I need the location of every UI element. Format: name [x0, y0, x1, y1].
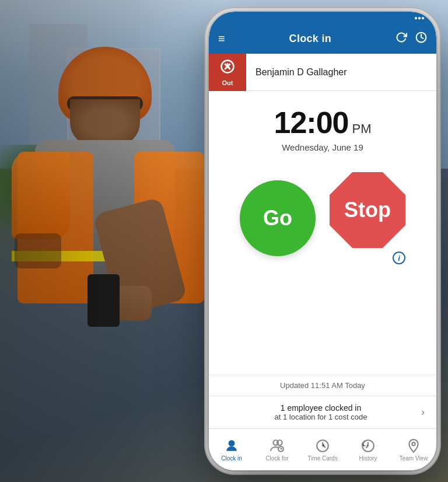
user-status-icon[interactable]: Out	[209, 54, 246, 91]
info-icon[interactable]: i	[393, 252, 405, 264]
tab-time-cards-label: Time Cards	[307, 455, 337, 462]
user-bar: Out Benjamin D Gallagher	[209, 54, 436, 91]
main-content: 12:00 PM Wednesday, June 19 Go Stop i	[209, 91, 436, 428]
employee-summary-line1: 1 employee clocked in	[220, 403, 421, 413]
tab-history-label: History	[359, 455, 377, 462]
settings-icon[interactable]	[415, 32, 427, 46]
nav-bar: ≡ Clock in	[209, 23, 436, 54]
employee-summary[interactable]: 1 employee clocked in at 1 location for …	[209, 396, 436, 428]
time-section: 12:00 PM Wednesday, June 19	[274, 91, 372, 158]
user-name: Benjamin D Gallagher	[246, 67, 356, 78]
time-ampm: PM	[352, 121, 372, 137]
refresh-icon[interactable]	[396, 32, 407, 46]
out-label: Out	[222, 79, 233, 86]
tab-time-cards[interactable]: Time Cards	[300, 429, 345, 470]
clock-in-tab-icon	[224, 438, 239, 453]
chevron-right-icon: ›	[421, 406, 425, 418]
menu-icon[interactable]: ≡	[218, 32, 225, 46]
clock-for-tab-icon	[270, 438, 285, 453]
time-digits: 12:00	[274, 105, 349, 140]
nav-icons	[396, 32, 427, 46]
tab-bar: Clock in Clock for	[209, 428, 436, 470]
tab-history[interactable]: History	[345, 429, 391, 470]
team-view-tab-icon	[406, 438, 421, 453]
stop-button[interactable]: Stop	[330, 172, 405, 248]
svg-point-4	[229, 440, 235, 446]
employee-summary-text: 1 employee clocked in at 1 location for …	[220, 403, 421, 421]
tab-team-view-label: Team View	[400, 455, 428, 462]
time-cards-tab-icon	[315, 438, 330, 453]
svg-point-10	[412, 442, 415, 445]
tab-clock-in-label: Clock in	[221, 455, 242, 462]
updated-bar: Updated 11:51 AM Today	[209, 375, 436, 396]
history-tab-icon	[360, 438, 376, 453]
clock-out-icon	[219, 58, 236, 78]
go-button[interactable]: Go	[240, 180, 316, 256]
employee-summary-line2: at 1 location for 1 cost code	[220, 413, 421, 421]
tab-team-view[interactable]: Team View	[391, 429, 436, 470]
action-buttons: Go Stop i	[240, 158, 405, 276]
tab-clock-for-label: Clock for	[265, 455, 288, 462]
nav-title: Clock in	[280, 23, 341, 54]
phone-screen: ●●● ≡ Clock in	[209, 12, 436, 470]
date-display: Wednesday, June 19	[274, 142, 372, 152]
tab-clock-for[interactable]: Clock for	[254, 429, 300, 470]
status-bar: ●●●	[209, 12, 436, 23]
phone-shell: ●●● ≡ Clock in	[209, 12, 436, 470]
tab-clock-in[interactable]: Clock in	[209, 429, 254, 470]
time-display: 12:00 PM	[274, 105, 372, 140]
phone-device: ●●● ≡ Clock in	[209, 12, 436, 470]
